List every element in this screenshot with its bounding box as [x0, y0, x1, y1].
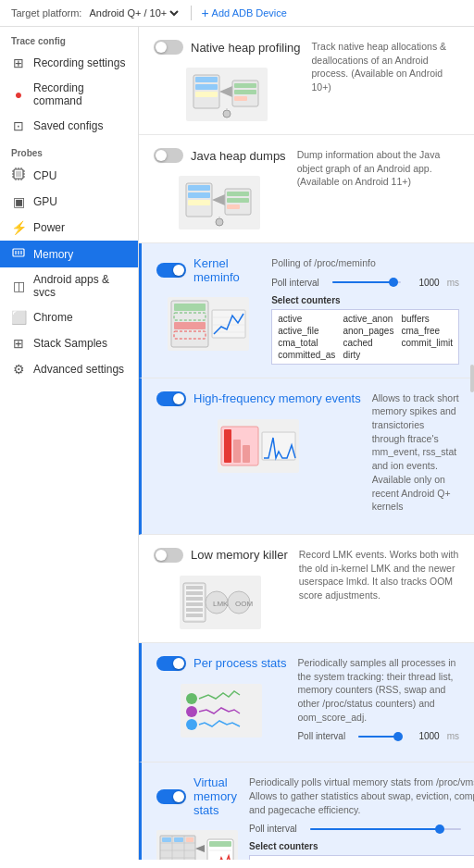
- native-heap-desc: Track native heap allocations & dealloca…: [312, 40, 459, 94]
- svg-rect-20: [195, 84, 218, 90]
- svg-rect-36: [227, 198, 249, 203]
- svg-rect-33: [188, 207, 210, 213]
- java-heap-title: Java heap dumps: [191, 149, 286, 163]
- header-divider: [191, 6, 192, 20]
- high-freq-toggle[interactable]: [156, 391, 186, 406]
- per-process-toggle-thumb: [173, 658, 184, 669]
- power-icon: ⚡: [11, 220, 26, 235]
- kernel-meminfo-illustration: [168, 297, 249, 351]
- svg-rect-1: [16, 171, 21, 177]
- svg-rect-51: [233, 440, 241, 463]
- virtual-memory-counters-section: Select counters allocstall allocstall_mo…: [249, 841, 474, 860]
- sidebar-item-saved-configs[interactable]: ⊡ Saved configs: [0, 113, 138, 139]
- sidebar-item-recording-command[interactable]: ● Recording command: [0, 76, 138, 113]
- sidebar-item-memory[interactable]: Memory: [0, 241, 138, 267]
- per-process-toggle-track: [156, 656, 186, 671]
- advanced-settings-icon: ⚙: [11, 362, 26, 377]
- kernel-meminfo-desc: Polling of /proc/meminfo: [271, 256, 459, 270]
- sidebar-item-android-apps[interactable]: ◫ Android apps & svcs: [0, 267, 138, 304]
- kernel-meminfo-counters-grid: active active_anon buffers active_file a…: [271, 309, 459, 365]
- svg-point-27: [223, 110, 231, 118]
- virtual-memory-toggle-track: [156, 789, 186, 804]
- kernel-meminfo-title: Kernel meminfo: [193, 256, 260, 284]
- counter-buffers: buffers: [401, 314, 453, 324]
- counter-commit-limit: commit_limit: [401, 338, 453, 348]
- svg-rect-60: [186, 608, 203, 612]
- sidebar-item-recording-settings[interactable]: ⊞ Recording settings: [0, 50, 138, 76]
- low-memory-toggle[interactable]: [154, 548, 183, 563]
- probe-right-virtual-memory: Periodically polls virtual memory stats …: [249, 775, 474, 860]
- probe-java-heap: Java heap dumps: [139, 135, 474, 243]
- kernel-meminfo-poll-value: 1000: [414, 278, 440, 288]
- kernel-meminfo-toggle-thumb: [173, 265, 184, 276]
- sidebar-item-advanced-settings[interactable]: ⚙ Advanced settings: [0, 356, 138, 382]
- probe-header-high-freq: High-frequency memory events: [156, 391, 361, 406]
- counter-active-anon: active_anon: [343, 314, 393, 324]
- probe-left-native-heap: Native heap profiling: [154, 40, 301, 121]
- virtual-memory-slider[interactable]: [310, 828, 461, 830]
- probe-virtual-memory-stats: Virtual memory stats: [139, 763, 474, 860]
- virtual-memory-counters-label: Select counters: [249, 841, 474, 851]
- probe-native-heap: Native heap profiling: [139, 27, 474, 135]
- kernel-meminfo-counters-section: Select counters active active_anon buffe…: [271, 295, 459, 365]
- svg-rect-15: [15, 251, 17, 254]
- probe-right-kernel-meminfo: Polling of /proc/meminfo Poll interval 1…: [271, 256, 459, 365]
- counter-cma-total: cma_total: [278, 338, 335, 348]
- sidebar-item-label: Saved configs: [33, 119, 103, 132]
- svg-rect-25: [234, 90, 256, 94]
- svg-rect-56: [186, 586, 203, 589]
- svg-rect-43: [174, 322, 206, 329]
- kernel-meminfo-poll-label: Poll interval: [271, 278, 319, 288]
- java-heap-toggle[interactable]: [154, 148, 183, 163]
- sidebar-item-gpu[interactable]: ▣ GPU: [0, 189, 138, 215]
- high-freq-toggle-thumb: [173, 393, 184, 404]
- high-freq-illustration: [218, 419, 299, 473]
- virtual-memory-counters-grid: allocstall allocstall_movable allocstall…: [249, 855, 474, 860]
- probes-section-label: Probes: [0, 139, 138, 162]
- low-memory-title: Low memory killer: [191, 548, 288, 562]
- low-memory-desc: Record LMK events. Works both with the o…: [299, 548, 459, 602]
- probe-right-native-heap: Track native heap allocations & dealloca…: [312, 40, 459, 121]
- sidebar-item-label: Memory: [33, 248, 73, 261]
- probe-right-java-heap: Dump information about the Java object g…: [297, 148, 459, 229]
- per-process-poll-value: 1000: [414, 731, 440, 741]
- per-process-poll-unit: ms: [447, 731, 459, 741]
- counter-cached: cached: [343, 338, 393, 348]
- probe-left-high-freq: High-frequency memory events: [156, 391, 361, 521]
- per-process-toggle[interactable]: [156, 656, 186, 671]
- probe-header-native-heap: Native heap profiling: [154, 40, 301, 55]
- low-memory-toggle-track: [154, 548, 183, 563]
- native-heap-toggle[interactable]: [154, 40, 183, 55]
- target-platform-select[interactable]: Android Q+ / 10+: [85, 6, 181, 19]
- svg-text:LMK: LMK: [213, 600, 229, 608]
- svg-rect-26: [234, 96, 247, 101]
- virtual-memory-poll-row: Poll interval 1000 ms: [249, 824, 474, 834]
- plus-icon: +: [201, 6, 208, 20]
- virtual-memory-title: Virtual memory stats: [193, 775, 238, 817]
- sidebar-item-cpu[interactable]: CPU: [0, 162, 138, 189]
- sidebar-item-chrome[interactable]: ⬜ Chrome: [0, 304, 138, 330]
- add-adb-device-button[interactable]: + Add ADB Device: [201, 6, 287, 20]
- probe-high-freq-memory: High-frequency memory events Allows to t…: [139, 378, 474, 535]
- per-process-desc: Periodically samples all processes in th…: [297, 656, 459, 724]
- sidebar-item-label: Stack Samples: [33, 337, 107, 350]
- sidebar-item-power[interactable]: ⚡ Power: [0, 215, 138, 241]
- probe-right-high-freq: Allows to track short memory spikes and …: [372, 391, 459, 521]
- sidebar-item-label: Power: [33, 221, 65, 234]
- svg-point-66: [186, 693, 197, 704]
- counter-active-file: active_file: [278, 326, 335, 336]
- low-memory-illustration: LMK OOM: [180, 576, 261, 629]
- svg-rect-79: [209, 841, 231, 847]
- kernel-meminfo-toggle[interactable]: [156, 263, 186, 278]
- sidebar-item-stack-samples[interactable]: ⊞ Stack Samples: [0, 330, 138, 356]
- recording-command-icon: ●: [11, 87, 26, 102]
- per-process-slider[interactable]: [358, 736, 401, 738]
- svg-rect-50: [224, 429, 231, 463]
- recording-settings-icon: ⊞: [11, 56, 26, 70]
- kernel-meminfo-slider[interactable]: [332, 281, 401, 283]
- svg-rect-58: [186, 597, 203, 601]
- probe-per-process-stats: Per process stats Periodically samples a…: [139, 643, 474, 763]
- sidebar-item-label: Android apps & svcs: [33, 273, 127, 299]
- per-process-illustration: [181, 684, 262, 738]
- virtual-memory-toggle[interactable]: [156, 789, 186, 804]
